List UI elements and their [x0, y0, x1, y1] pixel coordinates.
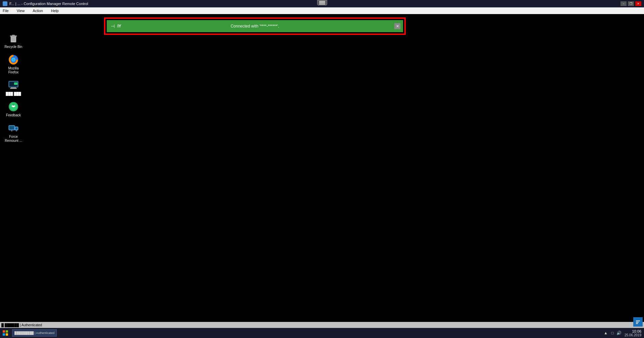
close-button[interactable]: ✕ — [635, 1, 641, 6]
desktop-icon-force-remount[interactable]: Force Remount ... — [2, 121, 25, 144]
hamburger-line-2 — [319, 2, 325, 3]
tray-volume-icon[interactable]: 🔊 — [616, 330, 622, 336]
connected-bar: ⊣ IY Connected with '****-******'. ✕ — [107, 20, 403, 32]
taskbar-left: █████████ | Authenticated — [1, 329, 57, 337]
svg-point-21 — [11, 130, 12, 131]
tray-chevron-icon[interactable]: ▲ — [603, 330, 608, 336]
force-remount-icon — [8, 123, 19, 133]
app-icon — [3, 1, 7, 6]
pin-icon: ⊣ — [109, 23, 116, 30]
menu-action[interactable]: Action — [31, 8, 44, 13]
status-bar: █ ██████ | Authenticated — [0, 322, 644, 328]
tray-display-icon[interactable]: □ — [610, 330, 615, 336]
bar-id-label: IY — [117, 24, 121, 29]
connected-status-text: Connected with '****-******'. — [231, 24, 279, 29]
hamburger-line-1 — [319, 1, 325, 2]
firefox-label: Mozilla Firefox — [3, 66, 24, 74]
desktop-icon-network[interactable]: ███ ███ — [2, 78, 25, 97]
taskbar: █████████ | Authenticated ▲ □ 🔊 10:06 25… — [0, 328, 644, 338]
svg-point-22 — [16, 130, 17, 131]
recycle-bin-label: Recycle Bin — [5, 45, 22, 49]
taskbar-app-label: █████████ | Authenticated — [14, 331, 54, 335]
taskbar-app-item[interactable]: █████████ | Authenticated — [12, 329, 57, 337]
svg-rect-13 — [14, 82, 17, 85]
network-label: ███ ███ — [6, 92, 21, 96]
svg-rect-18 — [9, 126, 14, 129]
svg-rect-26 — [636, 323, 638, 324]
recycle-bin-icon — [8, 33, 19, 44]
feedback-icon — [8, 101, 19, 112]
menu-file[interactable]: File — [1, 8, 10, 13]
svg-rect-28 — [6, 330, 8, 333]
status-text: █ ██████ | Authenticated — [1, 323, 42, 327]
svg-rect-11 — [11, 87, 16, 88]
clock-date: 25.06.2019 — [625, 333, 641, 337]
svg-rect-27 — [3, 330, 5, 333]
feedback-label: Feedback — [6, 113, 21, 117]
title-bar-controls: − ❐ ✕ — [621, 1, 641, 6]
svg-rect-25 — [636, 322, 639, 323]
svg-point-16 — [12, 104, 14, 106]
taskbar-right: ▲ □ 🔊 10:06 25.06.2019 — [603, 329, 643, 337]
desktop-icon-firefox[interactable]: Mozilla Firefox — [2, 53, 25, 76]
tray-icons: ▲ □ 🔊 — [603, 330, 622, 336]
connected-bar-close-button[interactable]: ✕ — [394, 23, 400, 29]
svg-rect-24 — [636, 321, 640, 321]
restore-button[interactable]: ❐ — [628, 1, 634, 6]
svg-rect-30 — [6, 333, 8, 336]
hamburger-button[interactable] — [317, 0, 327, 5]
title-bar-left: F... | ... - Configuration Manager Remot… — [3, 1, 88, 6]
menu-bar: File View Action Help — [0, 7, 644, 14]
menu-view[interactable]: View — [15, 8, 26, 13]
minimize-button[interactable]: − — [621, 1, 627, 6]
system-clock[interactable]: 10:06 25.06.2019 — [625, 329, 641, 337]
start-button[interactable] — [1, 329, 9, 337]
notification-wrapper: ⊣ IY Connected with '****-******'. ✕ — [104, 17, 406, 35]
notification-icon[interactable] — [633, 317, 643, 327]
firefox-icon — [8, 54, 19, 65]
network-icon — [8, 80, 19, 91]
hamburger-line-3 — [319, 4, 325, 4]
svg-rect-20 — [15, 127, 17, 129]
svg-rect-29 — [3, 333, 5, 336]
svg-rect-2 — [12, 35, 15, 36]
title-bar-text: F... | ... - Configuration Manager Remot… — [9, 2, 88, 6]
force-remount-label: Force Remount ... — [3, 135, 24, 143]
desktop-icons-container: Recycle Bin Mozilla Firefox — [0, 28, 27, 144]
svg-point-8 — [12, 58, 15, 61]
menu-help[interactable]: Help — [50, 8, 60, 13]
remote-screen: ⊣ IY Connected with '****-******'. ✕ Rec… — [0, 14, 644, 338]
desktop-icon-recycle-bin[interactable]: Recycle Bin — [2, 32, 25, 50]
svg-rect-12 — [10, 88, 17, 89]
connected-bar-left: ⊣ IY — [109, 23, 121, 30]
desktop-icon-feedback[interactable]: Feedback — [2, 100, 25, 119]
clock-time: 10:06 — [625, 329, 641, 333]
